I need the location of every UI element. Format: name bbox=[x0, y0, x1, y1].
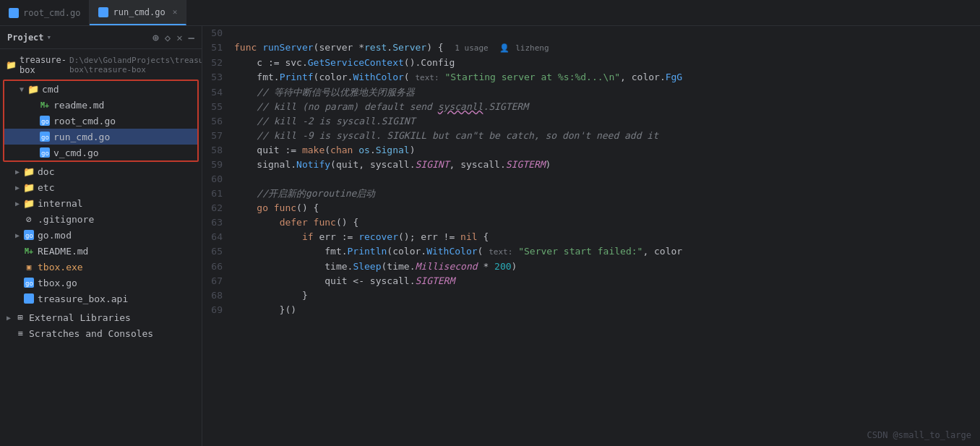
code-line-53: 53 fmt.Printf(color.WithColor( text: "St… bbox=[202, 70, 980, 85]
code-line-67: 67 quit <- syscall.SIGTERM bbox=[202, 274, 980, 288]
tree-label-treasure-api: treasure_box.api bbox=[38, 293, 128, 304]
svg-text:go: go bbox=[41, 118, 49, 125]
line-code-68: } bbox=[234, 288, 980, 303]
tree-item-readme-md[interactable]: M+ readme.md bbox=[4, 97, 197, 113]
tree-label-doc: doc bbox=[38, 166, 54, 177]
line-num-52: 52 bbox=[202, 56, 234, 70]
folder-icon-doc: 📁 bbox=[23, 166, 35, 177]
line-code-65: fmt.Println(color.WithColor( text: "Serv… bbox=[234, 244, 980, 260]
line-num-62: 62 bbox=[202, 201, 234, 215]
line-num-63: 63 bbox=[202, 215, 234, 230]
line-num-61: 61 bbox=[202, 186, 234, 201]
tree-label-tbox-exe: tbox.exe bbox=[38, 262, 83, 273]
tree-item-gitignore[interactable]: ⊘ .gitignore bbox=[0, 211, 202, 227]
tab-close-run-cmd[interactable]: ✕ bbox=[173, 7, 178, 17]
code-line-61: 61 //开启新的goroutine启动 bbox=[202, 186, 980, 201]
sidebar-icon-close[interactable]: ✕ bbox=[176, 32, 182, 43]
code-line-50: 50 bbox=[202, 26, 980, 40]
line-num-53: 53 bbox=[202, 70, 234, 85]
tree-item-cmd[interactable]: ▼ 📁 cmd bbox=[4, 81, 197, 97]
code-line-68: 68 } bbox=[202, 288, 980, 303]
icon-treasure-api bbox=[23, 293, 35, 304]
project-title: Project bbox=[7, 33, 44, 43]
tree-label-ext-libs: External Libraries bbox=[29, 312, 131, 323]
line-code-54: // 等待中断信号以优雅地关闭服务器 bbox=[234, 85, 980, 100]
main-layout: Project ▾ ⊕ ◇ ✕ — 📁 treasure-box D:\dev\… bbox=[0, 26, 980, 446]
line-code-66: time.Sleep(time.Millisecond * 200) bbox=[234, 260, 980, 274]
icon-readme-md: M+ bbox=[39, 99, 51, 111]
sidebar-header-left: Project ▾ bbox=[7, 33, 51, 43]
svg-text:go: go bbox=[25, 280, 33, 287]
line-code-64: if err := recover(); err != nil { bbox=[234, 230, 980, 244]
icon-root-cmd-go: go bbox=[39, 115, 51, 126]
code-line-59: 59 signal.Notify(quit, syscall.SIGINT, s… bbox=[202, 158, 980, 172]
tree-label-readme-md: readme.md bbox=[53, 100, 104, 111]
code-line-52: 52 c := svc.GetServiceContext().Config bbox=[202, 56, 980, 70]
tree-label-go-mod: go.mod bbox=[38, 230, 72, 241]
code-line-55: 55 // kill (no param) default send sysca… bbox=[202, 100, 980, 114]
editor-content[interactable]: 50 51 func runServer(server *rest.Server… bbox=[202, 26, 980, 446]
line-num-50: 50 bbox=[202, 26, 234, 40]
tab-run-cmd[interactable]: run_cmd.go ✕ bbox=[90, 0, 186, 25]
tree-item-v-cmd-go[interactable]: go v_cmd.go bbox=[4, 145, 197, 160]
line-num-57: 57 bbox=[202, 129, 234, 143]
tab-root-cmd[interactable]: root_cmd.go bbox=[0, 0, 90, 25]
arrow-go-mod: ▶ bbox=[12, 231, 23, 239]
tree-item-readme-root[interactable]: M+ README.md bbox=[0, 243, 202, 259]
line-num-59: 59 bbox=[202, 158, 234, 172]
tree-item-root-cmd-go[interactable]: go root_cmd.go bbox=[4, 113, 197, 129]
sidebar-icon-add[interactable]: ⊕ bbox=[152, 32, 158, 43]
line-code-61: //开启新的goroutine启动 bbox=[234, 186, 980, 201]
tree-item-etc[interactable]: ▶ 📁 etc bbox=[0, 179, 202, 195]
line-num-67: 67 bbox=[202, 274, 234, 288]
arrow-doc: ▶ bbox=[12, 168, 23, 176]
code-line-69: 69 }() bbox=[202, 303, 980, 317]
tree-item-treasure-api[interactable]: treasure_box.api bbox=[0, 291, 202, 306]
line-code-67: quit <- syscall.SIGTERM bbox=[234, 274, 980, 288]
code-line-57: 57 // kill -9 is syscall. SIGKILL but ca… bbox=[202, 129, 980, 143]
line-num-56: 56 bbox=[202, 114, 234, 129]
arrow-cmd: ▼ bbox=[16, 85, 27, 93]
svg-rect-10 bbox=[24, 293, 34, 304]
tree-item-tbox-go[interactable]: go tbox.go bbox=[0, 275, 202, 291]
tab-icon-root-cmd bbox=[9, 8, 19, 18]
tree-item-external-libs[interactable]: ▶ ⊞ External Libraries bbox=[0, 309, 202, 325]
svg-text:go: go bbox=[25, 232, 33, 239]
line-code-51: func runServer(server *rest.Server) { 1 … bbox=[234, 40, 980, 56]
tree-item-go-mod[interactable]: ▶ go go.mod bbox=[0, 227, 202, 243]
code-editor: 50 51 func runServer(server *rest.Server… bbox=[202, 26, 980, 446]
code-line-66: 66 time.Sleep(time.Millisecond * 200) bbox=[202, 260, 980, 274]
project-chevron[interactable]: ▾ bbox=[47, 33, 52, 42]
tree-label-tbox-go: tbox.go bbox=[38, 278, 77, 288]
icon-go-mod: go bbox=[23, 229, 35, 241]
tree-label-internal: internal bbox=[38, 198, 83, 209]
icon-scratches: ≡ bbox=[14, 327, 26, 339]
tree-label-v-cmd-go: v_cmd.go bbox=[53, 147, 99, 158]
code-table: 50 51 func runServer(server *rest.Server… bbox=[202, 26, 980, 317]
tree-label-scratches: Scratches and Consoles bbox=[29, 328, 153, 339]
svg-text:go: go bbox=[41, 150, 49, 157]
project-root[interactable]: 📁 treasure-box D:\dev\GolandProjects\tre… bbox=[0, 52, 202, 78]
line-code-63: defer func() { bbox=[234, 215, 980, 230]
tree-item-tbox-exe[interactable]: ▣ tbox.exe bbox=[0, 259, 202, 275]
sidebar-icon-minimize[interactable]: — bbox=[189, 32, 194, 43]
tree-item-run-cmd-go[interactable]: go run_cmd.go bbox=[4, 129, 197, 145]
watermark: CSDN @small_to_large bbox=[867, 430, 972, 440]
icon-readme-root: M+ bbox=[23, 245, 35, 257]
line-code-58: quit := make(chan os.Signal) bbox=[234, 143, 980, 158]
tree-item-scratches[interactable]: ≡ Scratches and Consoles bbox=[0, 325, 202, 341]
icon-v-cmd-go: go bbox=[39, 147, 51, 158]
tree-item-doc[interactable]: ▶ 📁 doc bbox=[0, 163, 202, 179]
folder-icon-root: 📁 bbox=[6, 60, 17, 70]
line-num-68: 68 bbox=[202, 288, 234, 303]
cmd-group: ▼ 📁 cmd M+ readme.md go bbox=[3, 80, 199, 162]
icon-gitignore: ⊘ bbox=[23, 213, 35, 225]
code-line-51: 51 func runServer(server *rest.Server) {… bbox=[202, 40, 980, 56]
line-code-57: // kill -9 is syscall. SIGKILL but can"t… bbox=[234, 129, 980, 143]
sidebar-icon-diamond[interactable]: ◇ bbox=[165, 32, 171, 43]
line-num-60: 60 bbox=[202, 172, 234, 186]
icon-run-cmd-go: go bbox=[39, 131, 51, 142]
folder-icon-cmd: 📁 bbox=[27, 83, 39, 95]
line-num-55: 55 bbox=[202, 100, 234, 114]
tree-item-internal[interactable]: ▶ 📁 internal bbox=[0, 195, 202, 211]
